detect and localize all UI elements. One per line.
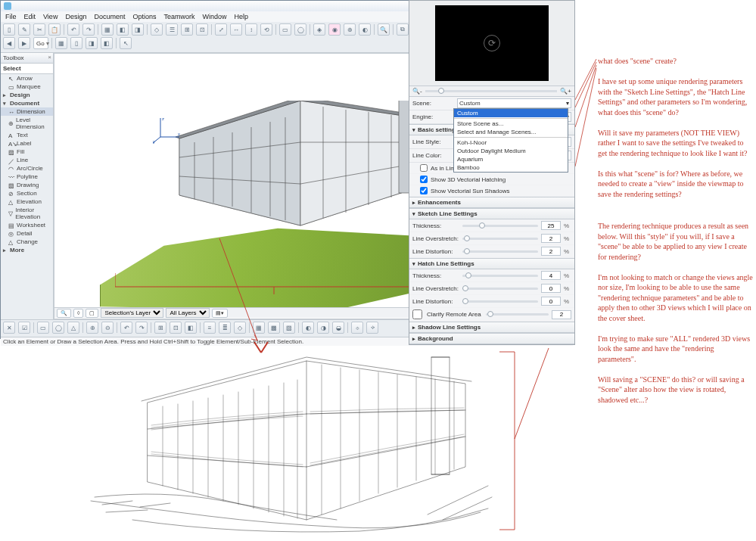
- enhancements-head[interactable]: Enhancements: [409, 197, 574, 208]
- tool-btn[interactable]: ⊕: [86, 322, 98, 334]
- menu-document[interactable]: Document: [94, 13, 125, 20]
- clarify-slider[interactable]: [486, 313, 549, 316]
- hatch-over-value[interactable]: [541, 284, 561, 293]
- tool-btn[interactable]: ◧: [185, 322, 197, 334]
- background-head[interactable]: Background: [409, 333, 574, 344]
- shadow-line-head[interactable]: Shadow Line Settings: [409, 322, 574, 333]
- refresh-icon[interactable]: ⟳: [484, 35, 500, 51]
- tool-btn[interactable]: ⊡: [170, 322, 182, 334]
- tool-btn[interactable]: ▦: [55, 37, 67, 49]
- tool-line[interactable]: ／Line: [1, 156, 53, 164]
- dd-option-store[interactable]: Store Scene as...: [454, 120, 568, 128]
- menu-teamwork[interactable]: Teamwork: [163, 13, 194, 20]
- zoom-icon[interactable]: 🔍: [57, 309, 71, 318]
- tool-btn[interactable]: ⊡: [196, 23, 208, 36]
- redo-icon[interactable]: ↷: [82, 23, 95, 36]
- tool-polyline[interactable]: 〰Polyline: [1, 173, 53, 181]
- tool-btn[interactable]: ▩: [268, 322, 280, 334]
- hatch-line-head[interactable]: Hatch Line Settings: [409, 258, 574, 269]
- tool-btn[interactable]: ⊖: [101, 322, 114, 334]
- tool-btn[interactable]: ↔: [230, 23, 242, 36]
- tool-btn[interactable]: ▨: [283, 322, 295, 334]
- zoom-in-icon[interactable]: 🔍+: [560, 88, 571, 95]
- tool-btn[interactable]: 🔍: [378, 23, 390, 36]
- sketch-line-head[interactable]: Sketch Line Settings: [409, 208, 574, 219]
- undo-icon[interactable]: ↶: [67, 23, 79, 36]
- tool-btn[interactable]: ↕: [245, 23, 257, 36]
- thickness-value[interactable]: [541, 221, 561, 230]
- dd-option[interactable]: Bamboo: [454, 163, 568, 172]
- dd-option[interactable]: Outdoor Daylight Medium: [454, 147, 568, 155]
- tool-btn[interactable]: ◐: [302, 322, 314, 334]
- cursor-icon[interactable]: ↖: [120, 37, 132, 49]
- tool-btn[interactable]: ⧉: [397, 23, 409, 36]
- menu-help[interactable]: Help: [235, 13, 249, 20]
- hatch-dist-slider[interactable]: [462, 300, 538, 303]
- hatch-over-slider[interactable]: [462, 288, 538, 290]
- scene-dropdown-list[interactable]: Custom Store Scene as... Select and Mana…: [453, 108, 568, 173]
- tool-btn[interactable]: ▦: [253, 322, 265, 334]
- tool-btn[interactable]: ◇: [151, 23, 163, 36]
- toolbox-document[interactable]: Document: [1, 99, 53, 107]
- tool-arc[interactable]: ◠Arc/Circle: [1, 164, 53, 173]
- tool-detail[interactable]: ◎Detail: [1, 229, 53, 238]
- tool-btn[interactable]: ↶: [120, 322, 132, 334]
- tool-btn[interactable]: ▭: [37, 322, 49, 334]
- tool-btn[interactable]: ✂: [33, 23, 45, 36]
- nav-fwd-icon[interactable]: ▶: [18, 37, 30, 49]
- tool-btn[interactable]: ▭: [279, 23, 291, 36]
- show-hatching-chk[interactable]: [420, 176, 428, 183]
- tool-btn[interactable]: ⟐: [351, 322, 363, 334]
- distortion-slider[interactable]: [462, 250, 538, 253]
- thickness-slider[interactable]: [462, 225, 538, 227]
- tool-change[interactable]: △Change: [1, 238, 53, 246]
- show-shadows-chk[interactable]: [420, 187, 428, 194]
- tool-fill[interactable]: ▨Fill: [1, 148, 53, 156]
- tool-label[interactable]: A↘Label: [1, 139, 53, 148]
- toolbox-more[interactable]: More: [1, 246, 53, 254]
- menu-window[interactable]: Window: [202, 13, 226, 20]
- tool-level-dim[interactable]: ⊕Level Dimension: [1, 116, 53, 131]
- tool-btn[interactable]: ▦: [101, 23, 114, 36]
- menu-design[interactable]: Design: [65, 13, 86, 20]
- tool-btn[interactable]: ◒: [332, 322, 344, 334]
- toolbox-design[interactable]: Design: [1, 91, 53, 99]
- tool-marquee[interactable]: ▭Marquee: [1, 82, 53, 91]
- tool-worksheet[interactable]: ▤Worksheet: [1, 221, 53, 229]
- tool-btn[interactable]: ☰: [166, 23, 178, 36]
- overstretch-value[interactable]: [541, 234, 561, 243]
- tool-btn[interactable]: ⟡: [366, 322, 378, 334]
- close-icon[interactable]: ×: [48, 54, 51, 61]
- tool-btn[interactable]: ⤢: [215, 23, 227, 36]
- tool-btn[interactable]: ◐: [359, 23, 371, 36]
- tool-btn[interactable]: △: [67, 322, 79, 334]
- tool-btn[interactable]: ◯: [294, 23, 306, 36]
- clarify-value[interactable]: [552, 310, 571, 319]
- tool-btn[interactable]: ◧: [117, 23, 129, 36]
- tool-btn[interactable]: ⊞: [181, 23, 193, 36]
- tool-btn[interactable]: ⟲: [260, 23, 272, 36]
- view-btn[interactable]: ◊: [73, 309, 83, 318]
- scene-dropdown[interactable]: Custom▾: [457, 98, 571, 108]
- tool-btn[interactable]: ⊕: [344, 23, 356, 36]
- tool-text[interactable]: AText: [1, 131, 53, 139]
- tool-btn[interactable]: ◈: [313, 23, 325, 36]
- view-btn[interactable]: ▤▾: [212, 309, 228, 318]
- tool-btn[interactable]: ◉: [328, 23, 341, 36]
- tool-btn[interactable]: ◇: [234, 322, 246, 334]
- tool-int-elev[interactable]: ▽Interior Elevation: [1, 206, 53, 221]
- dd-option-manage[interactable]: Select and Manage Scenes...: [454, 128, 568, 136]
- view-btn[interactable]: ▢: [86, 309, 98, 318]
- tool-btn[interactable]: ◯: [52, 322, 64, 334]
- toolbox-header[interactable]: Toolbox×: [1, 53, 53, 64]
- tool-btn[interactable]: ↷: [135, 322, 148, 334]
- menu-file[interactable]: File: [5, 13, 17, 20]
- tool-btn[interactable]: ≣: [219, 322, 231, 334]
- clarify-chk[interactable]: [412, 309, 422, 319]
- menu-options[interactable]: Options: [132, 13, 156, 20]
- hatch-thick-slider[interactable]: [462, 275, 538, 277]
- menu-view[interactable]: View: [43, 13, 58, 20]
- tool-drawing[interactable]: ▧Drawing: [1, 181, 53, 189]
- overstretch-slider[interactable]: [462, 238, 538, 240]
- tool-btn[interactable]: ≡: [204, 322, 216, 334]
